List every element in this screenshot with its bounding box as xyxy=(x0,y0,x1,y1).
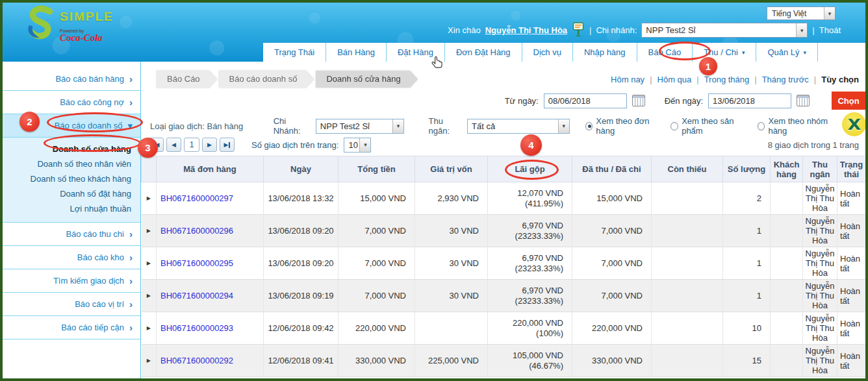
table-row: ▶BH067160000029212/06/2018 09:41330,000 … xyxy=(142,345,866,377)
customer-cell xyxy=(771,280,803,312)
sidebar-item-8[interactable]: Báo cáo tiếp cận› xyxy=(3,316,140,339)
breadcrumb-item-3[interactable]: Doanh số cửa hàng xyxy=(316,71,409,88)
sidebar-subitem-1[interactable]: Doanh số cửa hàng xyxy=(3,141,140,156)
total-cell: 7,000 VND xyxy=(338,247,415,280)
nav-tab-2[interactable]: Bán Hàng xyxy=(326,43,387,62)
quick-date-2[interactable]: Hôm qua xyxy=(657,75,692,84)
order-code-link[interactable]: BH0671600000293 xyxy=(160,323,233,333)
nav-tab-5[interactable]: Dịch vụ xyxy=(522,43,573,62)
to-date-input[interactable] xyxy=(708,93,791,108)
sidebar-item-7[interactable]: Báo cáo vị trí› xyxy=(3,293,140,316)
nav-tab-1[interactable]: Trạng Thái xyxy=(263,43,326,62)
cashier-filter-select[interactable]: Tất cả ▾ xyxy=(467,119,570,134)
chevron-down-icon[interactable]: ▾ xyxy=(359,138,370,152)
nav-tab-9[interactable]: Quản Lý▾ xyxy=(756,43,818,62)
language-select[interactable]: Tiếng Việt ▾ xyxy=(767,6,836,20)
order-code-link[interactable]: BH0671600000297 xyxy=(160,193,233,203)
sidebar-item-5[interactable]: Báo cáo kho› xyxy=(3,246,140,269)
row-expand-icon[interactable]: ▶ xyxy=(147,228,151,234)
chevron-down-icon[interactable]: ▾ xyxy=(558,119,569,133)
cashier-cell: Nguyễn Thị Thu Hòa xyxy=(803,312,837,345)
row-expand-icon[interactable]: ▶ xyxy=(147,293,151,299)
sidebar-subitem-3[interactable]: Doanh số theo khách hàng xyxy=(3,171,140,186)
customer-cell xyxy=(771,345,803,377)
view-mode-radio-3[interactable]: Xem theo nhóm hàng xyxy=(758,116,839,136)
tab-label: Đơn Đặt Hàng xyxy=(456,47,511,57)
last-page-button[interactable]: ▶ xyxy=(220,138,235,152)
quick-date-1[interactable]: Hôm nay xyxy=(611,75,645,84)
order-code-link[interactable]: BH0671600000295 xyxy=(160,258,233,268)
simple-logo: SIMPLE Powered by Coca-Cola xyxy=(25,5,114,43)
order-code-cell: BH0671600000294 xyxy=(157,280,264,312)
row-expand-icon[interactable]: ▶ xyxy=(147,325,151,331)
sidebar-item-4[interactable]: Báo cáo thu chi› xyxy=(3,223,140,246)
order-date-cell: 13/06/2018 09:19 xyxy=(264,280,338,312)
nav-tab-4[interactable]: Đơn Đặt Hàng xyxy=(445,43,522,62)
col-header-10: Thu ngân xyxy=(803,156,837,182)
next-page-button[interactable]: ▶ xyxy=(202,138,217,152)
branch-filter-select[interactable]: NPP Test2 Sỉ ▾ xyxy=(316,119,404,134)
order-code-link[interactable]: BH0671600000294 xyxy=(160,291,233,301)
nav-tab-8[interactable]: Thu / Chi▾ xyxy=(693,43,756,62)
sidebar-item-label: Báo cáo kho xyxy=(77,252,124,262)
row-expand-icon[interactable]: ▶ xyxy=(147,195,151,201)
radio-label: Xem theo sản phẩm xyxy=(682,116,748,136)
prev-page-button[interactable]: ◀ xyxy=(166,138,181,152)
sidebar-item-label: Tìm kiếm giao dịch xyxy=(53,276,124,286)
cost-cell: 30 VND xyxy=(415,247,488,280)
view-mode-radios: Xem theo đơn hàngXem theo sản phẩmXem th… xyxy=(585,116,839,136)
page-number-input[interactable] xyxy=(184,138,199,152)
excel-icon: X xyxy=(847,116,860,133)
tab-label: Thu / Chi xyxy=(704,47,738,57)
main-content: Báo CáoBáo cáo doanh sốDoanh số cửa hàng… xyxy=(141,62,865,378)
nav-tab-6[interactable]: Nhập hàng xyxy=(573,43,637,62)
sidebar-item-1[interactable]: Báo cáo bán hàng› xyxy=(3,68,140,91)
calendar-icon[interactable] xyxy=(797,95,810,106)
first-page-button[interactable]: ◀ xyxy=(149,138,164,152)
export-excel-button[interactable]: X xyxy=(842,112,866,136)
pager-next-icon: ▶ xyxy=(224,141,229,148)
radio-label: Xem theo đơn hàng xyxy=(596,116,661,136)
breadcrumb-item-2[interactable]: Báo cáo doanh số xyxy=(219,71,307,88)
tab-label: Quản Lý xyxy=(767,47,799,57)
row-expand-icon[interactable]: ▶ xyxy=(147,358,151,363)
radio-icon xyxy=(670,122,678,130)
status-cell: Hoàn tất xyxy=(837,280,866,312)
row-expand-icon[interactable]: ▶ xyxy=(147,260,151,266)
nav-tab-7[interactable]: Báo Cáo xyxy=(637,43,693,62)
breadcrumb-item-1[interactable]: Báo Cáo xyxy=(157,71,209,88)
nav-tab-3[interactable]: Đặt Hàng xyxy=(387,43,445,62)
order-date-cell: 13/06/2018 13:32 xyxy=(264,182,338,215)
chevron-down-icon[interactable]: ▾ xyxy=(824,7,835,19)
view-mode-radio-1[interactable]: Xem theo đơn hàng xyxy=(585,116,662,136)
sidebar-item-3[interactable]: Báo cáo doanh số▾ xyxy=(3,114,140,138)
table-row: ▶BH067160000029713/06/2018 13:3215,000 V… xyxy=(142,182,866,215)
profit-cell: 105,000 VND(46.67%) xyxy=(488,345,572,377)
profit-cell: 6,970 VND(23233.33%) xyxy=(488,215,572,247)
paid-cell: 330,000 VND xyxy=(572,345,652,377)
sidebar-subitem-2[interactable]: Doanh số theo nhân viên xyxy=(3,156,140,171)
tab-label: Báo Cáo xyxy=(648,47,682,57)
quick-date-3[interactable]: Trong tháng xyxy=(704,75,750,84)
apply-date-button[interactable]: Chọn xyxy=(832,92,865,110)
from-date-input[interactable] xyxy=(544,93,627,108)
chevron-down-icon[interactable]: ▾ xyxy=(796,23,807,37)
quick-date-4[interactable]: Tháng trước xyxy=(762,75,809,84)
user-name-link[interactable]: Nguyễn Thị Thu Hòa xyxy=(485,25,567,35)
order-code-link[interactable]: BH0671600000292 xyxy=(160,356,233,365)
quick-date-5[interactable]: Tùy chọn xyxy=(821,75,859,84)
logout-link[interactable]: Thoát xyxy=(819,25,841,35)
chevron-down-icon[interactable]: ▾ xyxy=(392,119,403,133)
order-code-link[interactable]: BH0671600000296 xyxy=(160,226,233,236)
branch-select[interactable]: NPP Test2 Sỉ ▾ xyxy=(641,23,808,38)
view-mode-radio-2[interactable]: Xem theo sản phẩm xyxy=(670,116,748,136)
profit-line: 220,000 VND (100%) xyxy=(492,318,563,339)
sidebar-subitem-5[interactable]: Lợi nhuận thuần xyxy=(3,201,140,216)
calendar-icon[interactable] xyxy=(632,95,645,106)
sidebar-item-label: Báo cáo vị trí xyxy=(75,299,124,309)
sidebar-subitem-4[interactable]: Doanh số đặt hàng xyxy=(3,186,140,201)
order-date-cell: 12/06/2018 09:42 xyxy=(264,312,338,345)
sidebar-item-6[interactable]: Tìm kiếm giao dịch› xyxy=(3,269,140,293)
per-page-select[interactable]: 10 ▾ xyxy=(344,138,371,153)
sidebar-item-2[interactable]: Báo cáo công nợ› xyxy=(3,91,140,114)
